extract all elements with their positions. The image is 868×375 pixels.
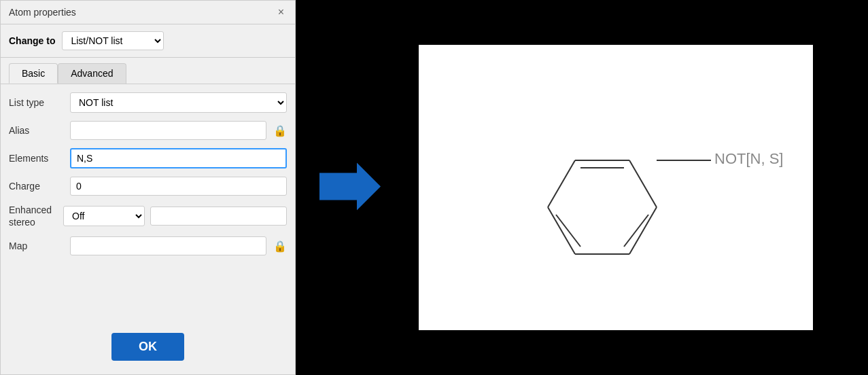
map-row: Map 🔒	[9, 236, 287, 255]
charge-row: Charge	[9, 177, 287, 196]
list-type-label: List type	[9, 97, 63, 108]
molecule-viewer: NOT[N, S]	[419, 45, 813, 330]
tab-content-basic: List type NOT list List Alias 🔒 Elements…	[1, 84, 295, 326]
molecule-label: NOT[N, S]	[714, 150, 783, 167]
molecule-svg: NOT[N, S]	[419, 45, 813, 330]
svg-line-2	[629, 160, 657, 207]
change-to-row: Change to List/NOT list Atom Query atom	[1, 24, 295, 58]
alias-row: Alias 🔒	[9, 121, 287, 140]
enhanced-stereo-row: Enhancedstereo Off And Or	[9, 204, 287, 228]
alias-lock-icon[interactable]: 🔒	[273, 124, 287, 137]
enhanced-stereo-extra-input[interactable]	[150, 207, 287, 226]
svg-marker-0	[319, 163, 381, 211]
elements-label: Elements	[9, 153, 63, 164]
elements-input[interactable]	[70, 148, 287, 168]
charge-label: Charge	[9, 181, 63, 192]
list-type-row: List type NOT list List	[9, 92, 287, 113]
charge-input[interactable]	[70, 177, 287, 196]
enhanced-stereo-select[interactable]: Off And Or	[63, 206, 145, 226]
arrow-container	[319, 163, 381, 213]
atom-properties-dialog: Atom properties × Change to List/NOT lis…	[0, 0, 296, 375]
svg-line-3	[629, 207, 657, 254]
list-type-select[interactable]: NOT list List	[70, 92, 287, 113]
svg-line-6	[548, 160, 575, 207]
map-label: Map	[9, 240, 63, 251]
dialog-title: Atom properties	[9, 7, 76, 18]
dialog-title-bar: Atom properties ×	[1, 1, 295, 24]
change-to-label: Change to	[9, 35, 55, 46]
elements-row: Elements	[9, 148, 287, 168]
alias-input[interactable]	[70, 121, 266, 140]
tab-advanced[interactable]: Advanced	[58, 63, 126, 84]
change-to-select[interactable]: List/NOT list Atom Query atom	[62, 31, 164, 50]
close-button[interactable]: ×	[275, 6, 287, 18]
tab-basic[interactable]: Basic	[9, 63, 58, 84]
alias-label: Alias	[9, 125, 63, 136]
right-panel: NOT[N, S]	[296, 0, 868, 375]
map-input[interactable]	[70, 236, 266, 255]
enhanced-stereo-label: Enhancedstereo	[9, 204, 63, 228]
map-lock-icon[interactable]: 🔒	[273, 240, 287, 253]
svg-line-5	[548, 207, 575, 254]
tabs-bar: Basic Advanced	[1, 58, 295, 84]
right-arrow-icon	[319, 163, 381, 211]
ok-button[interactable]: OK	[111, 333, 184, 361]
